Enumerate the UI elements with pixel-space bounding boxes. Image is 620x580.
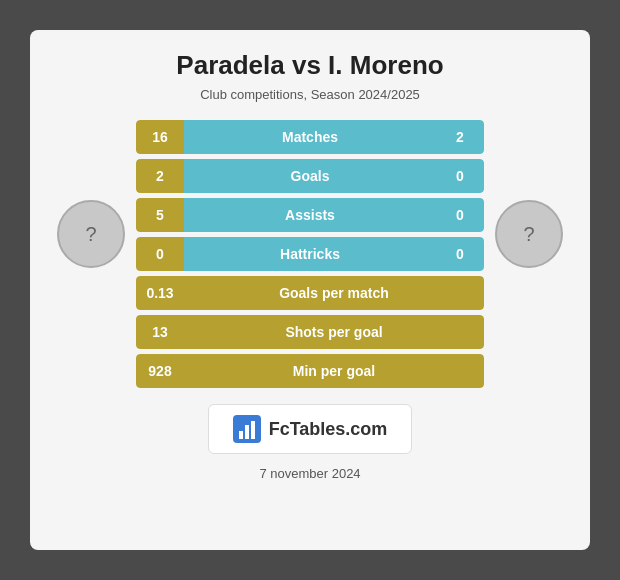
stat-right-val-goals: 0 [436,159,484,193]
stat-label-assists: Assists [184,198,436,232]
svg-rect-3 [251,421,255,439]
stat-label-text-min-per-goal: Min per goal [293,363,375,379]
left-avatar-icon: ? [85,223,96,246]
brand-text: FcTables.com [269,419,388,440]
stat-label-goals: Goals [184,159,436,193]
stat-label-text-assists: Assists [285,207,335,223]
stat-label-text-hattricks: Hattricks [280,246,340,262]
stat-label-hattricks: Hattricks [184,237,436,271]
stat-label-text-goals-per-match: Goals per match [279,285,389,301]
stat-left-val-assists: 5 [136,198,184,232]
stat-label-text-matches: Matches [282,129,338,145]
stat-row-shots-per-goal: 13Shots per goal [136,315,484,349]
stats-area: 16Matches22Goals05Assists00Hattricks00.1… [136,120,484,388]
left-player-avatar: ? [57,200,125,268]
right-avatar-icon: ? [523,223,534,246]
stat-left-val-min-per-goal: 928 [136,354,184,388]
svg-rect-1 [239,431,243,439]
right-player-avatar: ? [495,200,563,268]
stat-row-hattricks: 0Hattricks0 [136,237,484,271]
right-player-area: ? [484,120,574,268]
stat-row-goals-per-match: 0.13Goals per match [136,276,484,310]
comparison-area: ? 16Matches22Goals05Assists00Hattricks00… [46,120,574,388]
stat-label-text-goals: Goals [291,168,330,184]
stat-label-text-shots-per-goal: Shots per goal [285,324,382,340]
stat-label-min-per-goal: Min per goal [184,354,484,388]
brand-icon [233,415,261,443]
stat-row-matches: 16Matches2 [136,120,484,154]
stat-label-goals-per-match: Goals per match [184,276,484,310]
stat-right-val-hattricks: 0 [436,237,484,271]
stat-left-val-matches: 16 [136,120,184,154]
stat-row-goals: 2Goals0 [136,159,484,193]
left-player-area: ? [46,120,136,268]
footer-date: 7 november 2024 [259,466,360,481]
stat-left-val-goals: 2 [136,159,184,193]
stat-left-val-goals-per-match: 0.13 [136,276,184,310]
stat-row-assists: 5Assists0 [136,198,484,232]
stat-right-val-matches: 2 [436,120,484,154]
stat-right-val-assists: 0 [436,198,484,232]
stat-left-val-hattricks: 0 [136,237,184,271]
branding-box: FcTables.com [208,404,413,454]
svg-rect-2 [245,425,249,439]
subtitle: Club competitions, Season 2024/2025 [200,87,420,102]
stat-label-matches: Matches [184,120,436,154]
stat-row-min-per-goal: 928Min per goal [136,354,484,388]
stat-left-val-shots-per-goal: 13 [136,315,184,349]
comparison-card: Paradela vs I. Moreno Club competitions,… [30,30,590,550]
stat-label-shots-per-goal: Shots per goal [184,315,484,349]
title: Paradela vs I. Moreno [176,50,443,81]
